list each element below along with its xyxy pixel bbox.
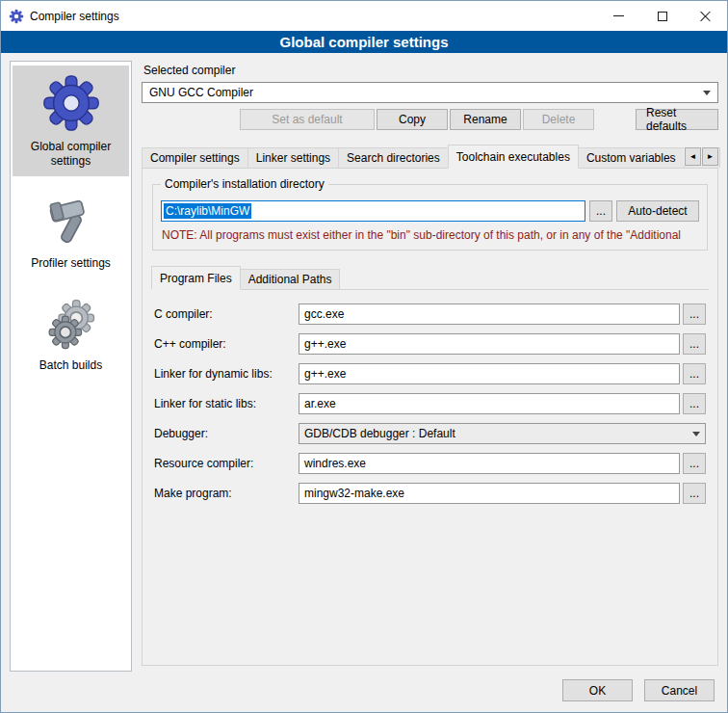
static-linker-browse-button[interactable]: ... [683, 393, 706, 414]
installation-directory-group-label: Compiler's installation directory [161, 177, 328, 191]
field-row: Resource compiler: windres.exe ... [154, 453, 706, 474]
tab-compiler-settings[interactable]: Compiler settings [142, 147, 248, 168]
tab-custom-variables[interactable]: Custom variables [578, 147, 685, 168]
tab-linker-settings[interactable]: Linker settings [247, 147, 339, 168]
compiler-select-value: GNU GCC Compiler [149, 86, 697, 99]
field-row: C compiler: gcc.exe ... [154, 304, 706, 325]
compiler-select[interactable]: GNU GCC Compiler [142, 82, 718, 103]
selected-compiler-label: Selected compiler [143, 64, 718, 77]
field-row: Debugger: GDB/CDB debugger : Default [154, 423, 706, 444]
app-icon [9, 9, 24, 24]
window-controls [597, 1, 727, 31]
chevron-down-icon [703, 91, 711, 95]
c-compiler-input[interactable]: gcc.exe [299, 304, 680, 325]
rename-button[interactable]: Rename [450, 109, 521, 130]
make-program-input[interactable]: mingw32-make.exe [299, 483, 680, 504]
blue-gear-icon [41, 73, 101, 133]
c-compiler-label: C compiler: [154, 307, 299, 321]
minimize-button[interactable] [597, 1, 640, 31]
minimize-icon [613, 15, 624, 16]
static-linker-input[interactable]: ar.exe [299, 393, 680, 414]
close-icon [700, 11, 712, 22]
field-row: Linker for static libs: ar.exe ... [154, 393, 706, 414]
ok-button[interactable]: OK [562, 679, 633, 701]
dynamic-linker-input[interactable]: g++.exe [299, 363, 680, 384]
set-as-default-button: Set as default [240, 109, 375, 130]
tab-search-directories[interactable]: Search directories [338, 147, 449, 168]
debugger-select[interactable]: GDB/CDB debugger : Default [299, 423, 706, 444]
reset-defaults-button[interactable]: Reset defaults [636, 109, 718, 130]
tab-scroll-right-button[interactable]: ► [702, 147, 718, 166]
cpp-compiler-input[interactable]: g++.exe [299, 333, 680, 355]
make-program-browse-button[interactable]: ... [683, 483, 706, 504]
program-files-page: C compiler: gcc.exe ... C++ compiler: g+… [151, 289, 709, 657]
sidebar-item-label: Profiler settings [31, 256, 111, 271]
compiler-buttons-row: Set as default Copy Rename Delete Reset … [142, 109, 718, 130]
sidebar-item-batch-builds[interactable]: Batch builds [13, 290, 129, 381]
close-button[interactable] [684, 1, 727, 31]
dynamic-linker-label: Linker for dynamic libs: [154, 367, 299, 381]
resource-compiler-browse-button[interactable]: ... [683, 453, 706, 474]
resource-compiler-label: Resource compiler: [154, 457, 299, 470]
dialog-footer: OK Cancel [1, 673, 727, 712]
field-row: C++ compiler: g++.exe ... [154, 333, 706, 355]
copy-button[interactable]: Copy [377, 109, 448, 130]
sidebar-item-label: Global compiler settings [14, 140, 127, 169]
maximize-icon [658, 12, 667, 21]
install-dir-input[interactable]: C:\raylib\MinGW [161, 200, 585, 222]
sidebar: Global compiler settings Profiler settin… [10, 61, 132, 672]
sidebar-item-global-compiler-settings[interactable]: Global compiler settings [13, 66, 129, 176]
delete-button: Delete [523, 109, 594, 130]
tab-scroll-left-button[interactable]: ◄ [685, 147, 701, 166]
field-row: Make program: mingw32-make.exe ... [154, 483, 706, 504]
installation-directory-groupbox: Compiler's installation directory C:\ray… [152, 184, 708, 251]
tab-program-files[interactable]: Program Files [151, 266, 241, 290]
install-dir-note: NOTE: All programs must exist either in … [162, 228, 698, 242]
static-linker-label: Linker for static libs: [154, 397, 299, 410]
installation-directory-row: C:\raylib\MinGW ... Auto-detect [161, 200, 699, 222]
field-row: Linker for dynamic libs: g++.exe ... [154, 363, 706, 384]
resource-compiler-input[interactable]: windres.exe [299, 453, 680, 474]
program-tabstrip: Program Files Additional Paths [151, 266, 709, 289]
profiler-hammer-icon [44, 196, 98, 250]
window-title: Compiler settings [30, 10, 119, 23]
debugger-select-value: GDB/CDB debugger : Default [304, 427, 687, 440]
sidebar-item-profiler-settings[interactable]: Profiler settings [13, 188, 129, 278]
toolchain-executables-panel: Compiler's installation directory C:\ray… [142, 168, 718, 666]
chevron-down-icon [692, 432, 700, 436]
cpp-compiler-browse-button[interactable]: ... [683, 333, 706, 355]
install-dir-browse-button[interactable]: ... [589, 200, 612, 222]
auto-detect-button[interactable]: Auto-detect [616, 200, 699, 222]
dialog-content: Global compiler settings Profiler settin… [1, 53, 727, 673]
c-compiler-browse-button[interactable]: ... [683, 304, 706, 325]
tab-toolchain-executables[interactable]: Toolchain executables [448, 145, 579, 169]
cancel-button[interactable]: Cancel [644, 679, 715, 701]
dialog-header-title: Global compiler settings [1, 31, 727, 53]
gray-gears-icon [44, 298, 98, 352]
main-panel: Selected compiler GNU GCC Compiler Set a… [142, 61, 718, 672]
settings-tabstrip: Compiler settings Linker settings Search… [142, 144, 718, 168]
tab-additional-paths[interactable]: Additional Paths [240, 269, 341, 289]
maximize-button[interactable] [640, 1, 684, 31]
tab-scrollers: ◄ ► [684, 147, 718, 166]
sidebar-item-label: Batch builds [39, 358, 102, 373]
titlebar: Compiler settings [1, 1, 727, 31]
debugger-label: Debugger: [154, 427, 299, 440]
make-program-label: Make program: [154, 487, 299, 500]
install-dir-value: C:\raylib\MinGW [164, 203, 251, 219]
dynamic-linker-browse-button[interactable]: ... [683, 363, 706, 384]
cpp-compiler-label: C++ compiler: [154, 337, 299, 351]
